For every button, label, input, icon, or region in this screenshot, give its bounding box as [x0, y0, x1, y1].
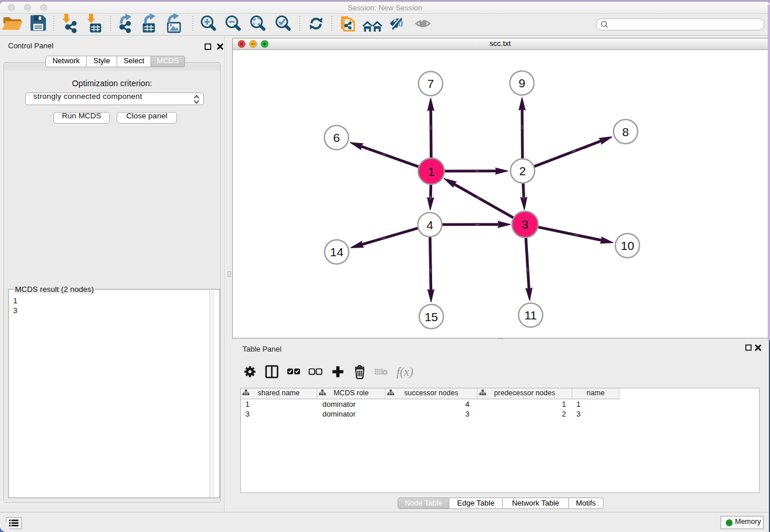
svg-text:f(x): f(x) [396, 365, 413, 379]
svg-text:15: 15 [425, 310, 438, 323]
svg-text:1: 1 [428, 165, 435, 178]
svg-text:14: 14 [330, 245, 344, 259]
svg-text:11: 11 [524, 309, 537, 322]
svg-text:6: 6 [333, 131, 340, 144]
svg-text:8: 8 [622, 125, 629, 138]
svg-text:4: 4 [426, 218, 433, 232]
svg-text:9: 9 [518, 76, 525, 90]
svg-text:7: 7 [427, 77, 434, 90]
svg-text:3: 3 [522, 218, 529, 231]
svg-text:10: 10 [621, 239, 634, 252]
svg-text:2: 2 [519, 164, 526, 178]
